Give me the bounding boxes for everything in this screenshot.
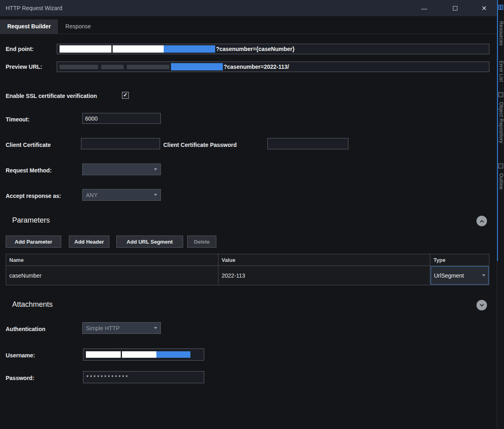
request-method-dropdown[interactable] (82, 164, 161, 175)
parameter-value-cell[interactable]: 2022-113 (218, 266, 430, 285)
authentication-label: Authentication (6, 326, 45, 332)
maximize-icon (453, 6, 457, 11)
add-url-segment-button[interactable]: Add URL Segment (116, 236, 183, 248)
preview-url-visible-text: ?casenumber=2022-113/ (224, 64, 289, 70)
minimize-icon: — (421, 5, 427, 12)
chevron-down-icon (154, 168, 157, 170)
parameters-table: Name Value Type caseNumber 2022-113 UrlS… (6, 254, 489, 285)
password-input[interactable]: ************ (83, 371, 204, 383)
type-dropdown-value: UrlSegment (434, 272, 464, 279)
parameters-section-title: Parameters (12, 216, 50, 225)
faint-text-strip (101, 65, 124, 69)
endpoint-label: End point: (6, 46, 34, 52)
column-header-type[interactable]: Type (430, 254, 489, 265)
username-input[interactable] (83, 348, 204, 361)
password-label: Password: (6, 375, 34, 381)
close-button[interactable]: ✕ (475, 0, 493, 16)
type-dropdown[interactable]: UrlSegment (431, 266, 489, 285)
object-repository-icon[interactable] (498, 92, 503, 97)
password-masked-value: ************ (86, 374, 129, 380)
table-header-row: Name Value Type (6, 254, 489, 266)
sidebar-tab-object-repository[interactable]: Object Repository (498, 102, 504, 143)
authentication-dropdown[interactable]: Simple HTTP (82, 322, 161, 334)
ssl-verification-label: Enable SSL certificate verification (6, 93, 97, 99)
chevron-down-icon (482, 274, 485, 276)
ssl-checkbox[interactable]: ✓ (122, 92, 129, 99)
endpoint-input[interactable]: ?casenumber={caseNumber} (57, 44, 489, 54)
accept-response-value: ANY (86, 192, 98, 198)
close-icon: ✕ (481, 4, 487, 12)
redaction-block-white (122, 351, 156, 358)
tab-strip: Request Builder Response (0, 19, 497, 34)
parameter-type-cell: UrlSegment (430, 266, 489, 285)
redaction-block-white (60, 45, 111, 53)
client-certificate-input[interactable] (81, 138, 160, 149)
faint-text-strip (60, 65, 98, 69)
maximize-button[interactable] (446, 0, 464, 16)
resources-icon[interactable] (498, 5, 503, 10)
chevron-down-icon (154, 194, 157, 196)
sidebar-tab-error-list[interactable]: Error List (498, 61, 504, 82)
minimize-button[interactable]: — (415, 0, 434, 16)
preview-url-label: Preview URL: (6, 64, 42, 70)
parameter-name-cell[interactable]: caseNumber (6, 266, 218, 285)
client-certificate-password-input[interactable] (267, 138, 348, 149)
faint-text-strip (127, 65, 169, 69)
accept-response-dropdown[interactable]: ANY (82, 189, 161, 201)
preview-url-input[interactable]: ?casenumber=2022-113/ (57, 62, 489, 72)
redaction-block-white (86, 351, 121, 358)
accept-response-label: Accept response as: (6, 193, 61, 199)
client-certificate-label: Client Certificate (6, 142, 51, 148)
column-header-value[interactable]: Value (218, 254, 430, 265)
sidebar-tab-resources[interactable]: Resources (498, 21, 504, 46)
tab-request-builder[interactable]: Request Builder (0, 19, 58, 34)
timeout-value: 6000 (85, 115, 98, 122)
timeout-input[interactable]: 6000 (82, 113, 161, 124)
delete-button[interactable]: Delete (187, 236, 216, 248)
expand-attachments-button[interactable] (476, 300, 487, 310)
redaction-block-blue (171, 63, 223, 70)
collapse-parameters-button[interactable] (476, 216, 487, 226)
attachments-section-title: Attachments (12, 300, 53, 309)
add-header-button[interactable]: Add Header (69, 236, 109, 248)
redaction-block-white (113, 45, 164, 53)
redaction-block-blue (156, 351, 190, 358)
active-pane-indicator (497, 0, 498, 261)
tab-response[interactable]: Response (58, 19, 98, 34)
sidebar-tab-outline[interactable]: Outline (498, 173, 504, 190)
outline-icon[interactable] (498, 164, 503, 168)
authentication-value: Simple HTTP (86, 325, 120, 331)
check-icon: ✓ (123, 92, 128, 98)
endpoint-visible-text: ?casenumber={caseNumber} (216, 46, 295, 52)
timeout-label: Timeout: (6, 116, 30, 123)
username-label: Username: (6, 352, 35, 359)
table-row[interactable]: caseNumber 2022-113 UrlSegment (6, 266, 489, 285)
request-method-label: Request Method: (6, 167, 52, 174)
add-parameter-button[interactable]: Add Parameter (6, 236, 61, 248)
right-dock-bar: Resources Error List Object Repository O… (497, 0, 504, 429)
redaction-block-blue (164, 45, 215, 53)
chevron-down-icon (154, 327, 157, 329)
chevron-down-icon (480, 302, 484, 306)
window-title: HTTP Request Wizard (6, 0, 62, 16)
client-certificate-password-label: Client Certificate Password (163, 142, 237, 148)
chevron-up-icon (480, 220, 484, 224)
column-header-name[interactable]: Name (6, 254, 218, 265)
